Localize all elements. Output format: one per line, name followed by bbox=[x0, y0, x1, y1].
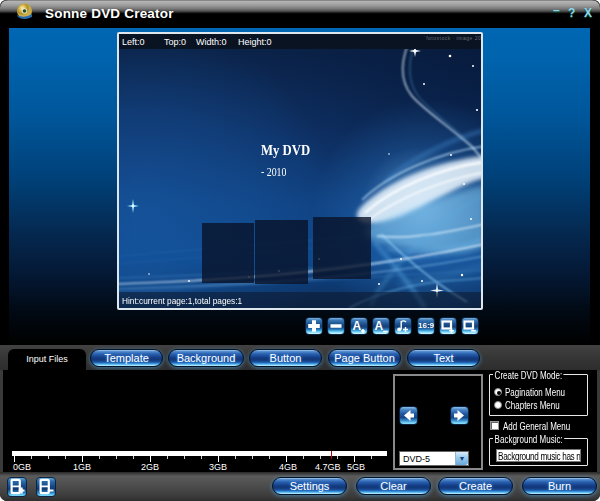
svg-text:A: A bbox=[375, 319, 384, 333]
svg-text:A: A bbox=[353, 319, 362, 333]
